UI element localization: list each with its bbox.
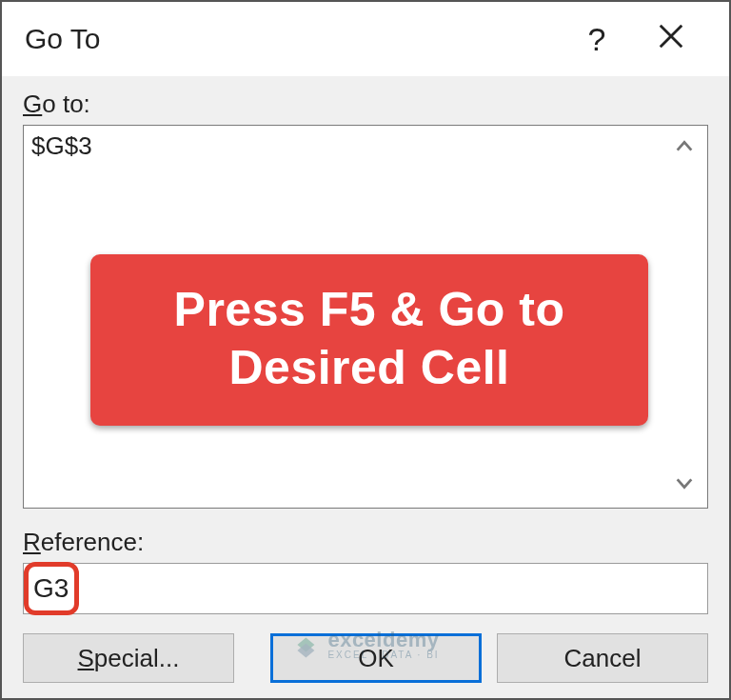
reference-input[interactable] — [23, 563, 708, 614]
help-button[interactable]: ? — [560, 2, 634, 76]
dialog-title: Go To — [25, 23, 560, 55]
scroll-up-button[interactable] — [669, 133, 700, 164]
instruction-overlay: Press F5 & Go to Desired Cell — [90, 254, 648, 426]
scroll-down-button[interactable] — [669, 470, 700, 500]
button-row: Special... OK Cancel — [23, 633, 708, 683]
cancel-button[interactable]: Cancel — [497, 633, 708, 683]
dialog-content: Go to: $G$3 Press F5 & Go to Desired Cel… — [2, 76, 729, 698]
goto-label: Go to: — [23, 90, 708, 119]
titlebar: Go To ? — [2, 2, 729, 76]
list-item[interactable]: $G$3 — [31, 131, 700, 161]
close-icon — [657, 21, 685, 58]
ok-button[interactable]: OK — [270, 633, 482, 683]
chevron-down-icon — [674, 470, 695, 500]
close-button[interactable] — [634, 2, 708, 76]
goto-listbox[interactable]: $G$3 Press F5 & Go to Desired Cell — [23, 125, 708, 509]
help-icon: ? — [588, 21, 606, 58]
reference-row — [23, 563, 708, 614]
chevron-up-icon — [674, 134, 695, 164]
special-button[interactable]: Special... — [23, 633, 234, 683]
goto-dialog: Go To ? Go to: $G$3 P — [0, 0, 731, 700]
reference-label: Reference: — [23, 528, 708, 557]
